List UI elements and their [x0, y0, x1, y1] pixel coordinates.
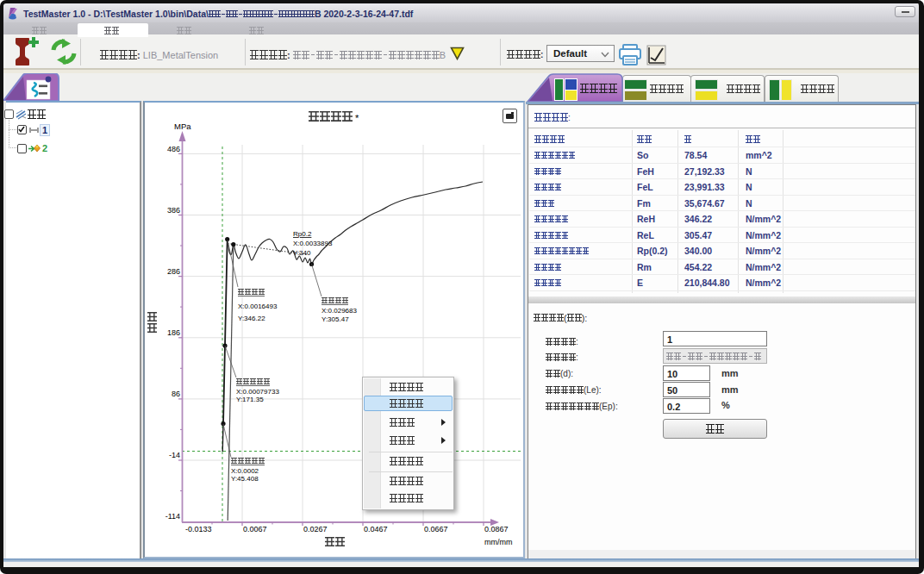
svg-text:X:0.00079733: X:0.00079733 [236, 388, 279, 396]
svg-text:Y:45.408: Y:45.408 [231, 475, 259, 483]
svg-text:0.0867: 0.0867 [484, 525, 509, 533]
svg-text:86: 86 [172, 390, 180, 398]
svg-text:*: * [355, 113, 359, 123]
svg-text:Y:171.35: Y:171.35 [236, 396, 264, 403]
svg-text:0.0267: 0.0267 [303, 525, 328, 533]
svg-text:X:0.0033893: X:0.0033893 [293, 240, 333, 247]
svg-text:0.0067: 0.0067 [243, 525, 267, 533]
svg-text:486: 486 [167, 145, 180, 153]
svg-text:-0.0133: -0.0133 [185, 525, 212, 533]
svg-text:-114: -114 [165, 512, 180, 521]
svg-text:286: 286 [167, 267, 180, 276]
svg-text:mm/mm: mm/mm [484, 538, 513, 546]
svg-text:186: 186 [167, 328, 180, 337]
svg-text:Rp0.2: Rp0.2 [293, 230, 312, 238]
svg-text:MPa: MPa [174, 122, 191, 131]
svg-text:X:0.0016493: X:0.0016493 [238, 303, 278, 310]
svg-text:X:0.029683: X:0.029683 [322, 307, 357, 315]
svg-text:X:0.0002: X:0.0002 [231, 467, 259, 475]
svg-text:386: 386 [167, 206, 180, 215]
svg-text:Y:305.47: Y:305.47 [322, 315, 349, 323]
svg-text:0.0667: 0.0667 [424, 525, 448, 533]
svg-text:0.0467: 0.0467 [364, 525, 388, 533]
svg-text:Y:346.22: Y:346.22 [238, 315, 265, 322]
svg-text:Y:340: Y:340 [293, 249, 311, 257]
svg-text:-14: -14 [169, 451, 180, 459]
